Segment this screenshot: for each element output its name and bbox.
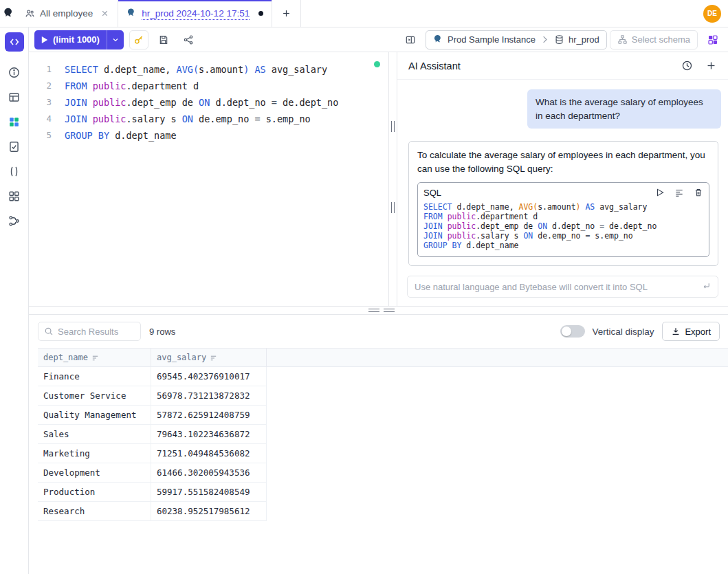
vertical-resize-handle[interactable] (388, 52, 397, 306)
sidebar-item-connections[interactable] (0, 208, 28, 233)
table-row[interactable]: Production59917.551582408549 (38, 483, 267, 502)
sidebar-item-info[interactable] (0, 60, 28, 85)
app-logo (0, 0, 16, 27)
vertical-display-label: Vertical display (592, 327, 654, 337)
connection-breadcrumb[interactable]: Prod Sample Instance hr_prod (426, 30, 607, 49)
drag-grip-icon (391, 121, 395, 132)
cell-avg-salary: 61466.302005943536 (151, 463, 267, 482)
horizontal-resize-handle[interactable] (29, 306, 728, 315)
cell-dept-name: Marketing (38, 444, 151, 463)
cell-avg-salary: 60238.952517985612 (151, 502, 267, 520)
play-icon (655, 188, 665, 197)
search-icon (44, 327, 54, 336)
admin-mode-button[interactable] (129, 30, 148, 49)
sidebar-item-functions[interactable] (0, 159, 28, 184)
sidebar-item-schema-diagram[interactable] (0, 109, 28, 134)
cell-dept-name: Production (38, 483, 151, 501)
share-button[interactable] (179, 30, 198, 49)
cell-dept-name: Quality Management (38, 406, 151, 424)
table-row[interactable]: Sales79643.102234636872 (38, 425, 267, 444)
run-button[interactable]: (limit 1000) (34, 30, 107, 49)
schema-editor-button[interactable] (703, 30, 723, 49)
save-icon (158, 34, 169, 45)
history-button[interactable] (681, 60, 693, 71)
editor-line[interactable]: 5GROUP BY d.dept_name (29, 127, 388, 144)
instance-name: Prod Sample Instance (448, 34, 536, 45)
parentheses-icon (8, 165, 21, 178)
postgres-logo-icon (3, 8, 15, 20)
editor-line[interactable]: 3JOIN public.dept_emp de ON d.dept_no = … (29, 94, 388, 111)
enter-icon (701, 281, 712, 294)
tab-label: All employee (40, 8, 93, 19)
sort-icon (210, 354, 217, 362)
avatar[interactable]: DE (703, 5, 721, 23)
chevron-down-icon (111, 36, 120, 44)
run-button-group: (limit 1000) (34, 30, 124, 49)
table-row[interactable]: Customer Service56978.731213872832 (38, 386, 267, 406)
table-row[interactable]: Development61466.302005943536 (38, 463, 267, 483)
cell-avg-salary: 57872.625912408759 (151, 406, 267, 424)
ai-assistant-panel: AI Assistant What is the average salary … (397, 52, 728, 306)
tab-label: hr_prod 2024-10-12 17:51 (142, 8, 250, 19)
table-row[interactable]: Marketing71251.049484536082 (38, 444, 267, 463)
save-button[interactable] (154, 30, 173, 49)
cell-dept-name: Customer Service (38, 386, 151, 405)
new-chat-button[interactable] (705, 60, 717, 71)
sheet-check-icon (8, 140, 21, 153)
search-results-box[interactable] (38, 322, 141, 341)
editor-line[interactable]: 4JOIN public.salary s ON de.emp_no = s.e… (29, 111, 388, 127)
project-icon (25, 8, 35, 19)
code-icon (9, 36, 20, 47)
postgres-icon (126, 8, 137, 19)
cell-dept-name: Development (38, 463, 151, 482)
schema-placeholder: Select schema (632, 34, 690, 45)
tab-hr-prod[interactable]: hr_prod 2024-10-12 17:51 (118, 0, 272, 27)
run-options-caret[interactable] (107, 30, 124, 49)
delete-sql-button[interactable] (694, 188, 703, 197)
cell-dept-name: Finance (38, 367, 151, 386)
column-header-avg-salary[interactable]: avg_salary (151, 349, 267, 366)
database-name: hr_prod (569, 34, 599, 45)
row-count: 9 rows (149, 327, 175, 337)
insert-sql-button[interactable] (674, 188, 684, 197)
line-number: 1 (29, 61, 65, 78)
table-icon (8, 91, 21, 104)
export-label: Export (685, 327, 711, 337)
run-limit-label: (limit 1000) (53, 34, 100, 45)
cell-avg-salary: 56978.731213872832 (151, 386, 267, 405)
bytebase-sql-editor: All employee hr_prod 2024-10-12 17:51 DE (0, 0, 728, 574)
share-icon (183, 34, 194, 45)
tab-all-employee[interactable]: All employee (16, 0, 118, 27)
cell-avg-salary: 71251.049484536082 (151, 444, 267, 463)
table-row[interactable]: Finance69545.402376910017 (38, 367, 267, 386)
drag-grip-icon (368, 309, 379, 312)
play-icon (41, 36, 48, 44)
purple-grid-icon (707, 34, 718, 45)
sidebar-item-sql-editor[interactable] (5, 32, 24, 52)
sql-editor[interactable]: 1SELECT d.dept_name, AVG(s.amount) AS av… (29, 52, 388, 306)
unsaved-indicator (258, 11, 263, 16)
close-tab-icon[interactable] (100, 9, 109, 18)
editor-line[interactable]: 1SELECT d.dept_name, AVG(s.amount) AS av… (29, 61, 388, 78)
format-lines-icon (674, 188, 684, 197)
schema-select[interactable]: Select schema (610, 30, 698, 49)
editor-line[interactable]: 2FROM public.department d (29, 78, 388, 94)
sidebar-item-tables[interactable] (0, 85, 28, 109)
postgres-icon (433, 34, 443, 45)
sidebar-item-sheets[interactable] (0, 134, 28, 159)
table-row[interactable]: Quality Management57872.625912408759 (38, 406, 267, 425)
layout-toggle-button[interactable] (401, 30, 420, 49)
column-header-dept-name[interactable]: dept_name (38, 349, 151, 366)
ai-prompt-input[interactable] (407, 276, 718, 298)
search-results-input[interactable] (58, 327, 135, 337)
table-row[interactable]: Research60238.952517985612 (38, 502, 267, 521)
new-tab-button[interactable] (272, 0, 301, 27)
sidebar-item-result-table[interactable] (0, 184, 28, 208)
export-button[interactable]: Export (662, 322, 720, 341)
ai-assistant-header: AI Assistant (397, 52, 728, 80)
line-number: 2 (29, 78, 65, 94)
chat-sql-line: FROM public.department d (423, 212, 703, 221)
run-sql-button[interactable] (655, 188, 665, 197)
vertical-display-toggle[interactable] (560, 325, 585, 338)
download-icon (671, 327, 681, 336)
